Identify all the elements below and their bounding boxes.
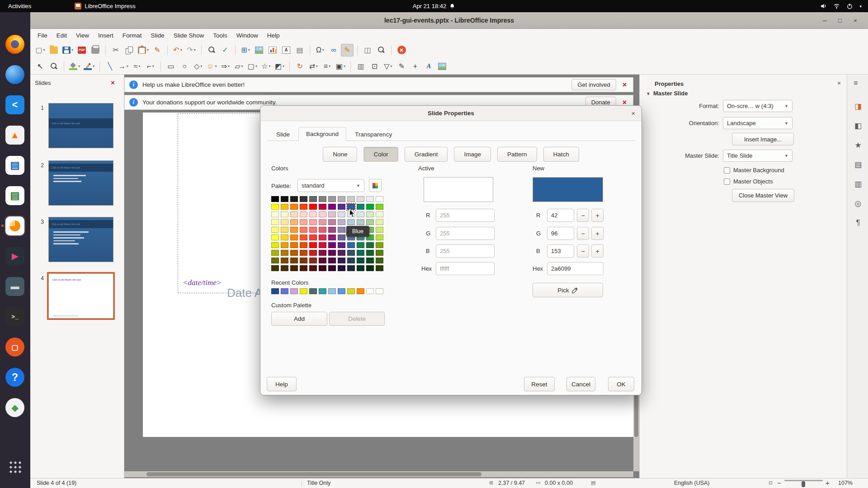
color-swatch[interactable]: [338, 250, 345, 256]
3d-objects-icon[interactable]: ◩▾: [273, 60, 286, 73]
dock-item-help-browser[interactable]: ?: [5, 367, 25, 388]
color-swatch[interactable]: [366, 250, 374, 256]
color-swatch[interactable]: [309, 219, 317, 225]
activities-button[interactable]: Activities: [0, 3, 39, 9]
recent-color-swatch[interactable]: [300, 288, 307, 294]
zoom-slider[interactable]: [784, 480, 823, 481]
menu-view[interactable]: View: [71, 30, 94, 41]
reset-button[interactable]: Reset: [524, 377, 555, 391]
color-swatch[interactable]: [328, 227, 336, 233]
fill-type-gradient[interactable]: Gradient: [405, 147, 448, 162]
master-slide-select[interactable]: Title Slide▼: [723, 150, 793, 162]
color-swatch[interactable]: [271, 265, 279, 271]
color-swatch[interactable]: [319, 242, 326, 248]
shadow-icon[interactable]: ▥: [354, 60, 367, 73]
recent-color-swatch[interactable]: [319, 288, 326, 294]
dialog-titlebar[interactable]: Slide Properties ×: [260, 106, 642, 121]
color-swatch[interactable]: [271, 204, 279, 210]
glue-points-icon[interactable]: +: [409, 60, 421, 73]
sidebar-tab-gallery-icon[interactable]: ▥: [853, 178, 863, 189]
color-swatch[interactable]: [271, 227, 279, 233]
color-swatch[interactable]: [376, 242, 383, 248]
color-swatch[interactable]: [309, 227, 317, 233]
color-swatch[interactable]: [366, 242, 374, 248]
clock-menu[interactable]: Apr 21 18:42: [413, 3, 455, 9]
fill-type-none[interactable]: None: [323, 147, 357, 162]
fit-slide-icon[interactable]: ⊡: [769, 480, 773, 486]
dialog-tab-transparency[interactable]: Transparency: [347, 127, 400, 141]
color-swatch[interactable]: [328, 204, 336, 210]
system-tray[interactable]: ▾: [820, 3, 868, 9]
insert-image-icon[interactable]: [253, 44, 265, 56]
recent-color-swatch[interactable]: [366, 288, 374, 294]
document-modified-icon[interactable]: ▤: [591, 480, 595, 486]
dock-item-terminal[interactable]: >_: [5, 306, 25, 327]
active-b-field[interactable]: [436, 244, 495, 258]
color-swatch[interactable]: [376, 250, 383, 256]
color-swatch[interactable]: [319, 265, 326, 271]
slide-thumbnail-2[interactable]: Click to edit Master title style: [48, 160, 113, 206]
color-swatch[interactable]: [338, 265, 345, 271]
zoom-slider-handle[interactable]: [802, 481, 805, 487]
color-swatch[interactable]: [366, 196, 374, 202]
color-swatch[interactable]: [271, 235, 279, 240]
find-and-replace-icon[interactable]: [205, 44, 218, 56]
color-swatch[interactable]: [347, 250, 355, 256]
dock-item-web-browser[interactable]: [5, 64, 25, 85]
sidebar-tab-slide-transition-icon[interactable]: ◧: [853, 120, 863, 131]
color-swatch[interactable]: [300, 242, 307, 248]
dock-item-file-manager[interactable]: ▬: [5, 276, 25, 297]
color-swatch[interactable]: [309, 204, 317, 210]
color-swatch[interactable]: [357, 265, 364, 271]
horizontal-scrollbar[interactable]: [124, 471, 633, 477]
color-swatch[interactable]: [319, 258, 326, 263]
dock-item-libreoffice-impress[interactable]: [5, 216, 25, 236]
sidebar-menu-icon[interactable]: ≡: [854, 79, 858, 87]
flowchart-shapes-icon[interactable]: ▱▾: [232, 60, 245, 73]
active-g-field[interactable]: [436, 227, 495, 240]
color-swatch[interactable]: [290, 196, 298, 202]
color-swatch[interactable]: [319, 235, 326, 240]
insert-text-box-icon[interactable]: [280, 44, 292, 56]
color-swatch[interactable]: [281, 265, 288, 271]
insert-hyperlink-icon[interactable]: ∞: [327, 44, 340, 56]
pick-button[interactable]: Pick: [533, 283, 603, 297]
recent-color-swatch[interactable]: [347, 288, 355, 294]
color-swatch[interactable]: [338, 235, 345, 240]
copy-icon[interactable]: [123, 44, 136, 56]
recent-color-swatch[interactable]: [338, 288, 345, 294]
sidebar-tab-animation-icon[interactable]: ★: [853, 140, 863, 150]
color-swatch[interactable]: [319, 250, 326, 256]
insert-image-drawing-icon[interactable]: [436, 60, 448, 73]
dock-item-libreoffice-writer[interactable]: ▤: [5, 155, 25, 176]
new-g-field[interactable]: [547, 227, 574, 240]
new-g-decrement-button[interactable]: −: [577, 227, 589, 240]
color-swatch[interactable]: [300, 250, 307, 256]
color-swatch[interactable]: [319, 196, 326, 202]
recent-color-swatch[interactable]: [281, 288, 288, 294]
color-swatch[interactable]: [347, 265, 355, 271]
color-swatch[interactable]: [328, 250, 336, 256]
insert-special-character-icon[interactable]: Ω▾: [314, 44, 326, 56]
new-g-increment-button[interactable]: +: [591, 227, 604, 240]
dock-item-vlc[interactable]: ▲: [5, 125, 25, 145]
color-swatch[interactable]: [309, 258, 317, 263]
color-swatch[interactable]: [376, 265, 383, 271]
fill-type-color[interactable]: Color: [363, 147, 398, 162]
properties-panel-close-icon[interactable]: ×: [837, 80, 841, 87]
color-swatch[interactable]: [300, 196, 307, 202]
color-swatch[interactable]: [300, 265, 307, 271]
new-r-increment-button[interactable]: +: [591, 209, 604, 222]
color-swatch[interactable]: [328, 211, 336, 217]
color-swatch[interactable]: [309, 235, 317, 240]
minimize-icon[interactable]: ─: [819, 15, 830, 26]
color-swatch[interactable]: [290, 219, 298, 225]
color-swatch[interactable]: [281, 235, 288, 240]
color-swatch[interactable]: [271, 250, 279, 256]
export-pdf-icon[interactable]: [75, 44, 88, 56]
color-swatch[interactable]: [357, 258, 364, 263]
window-titlebar[interactable]: lec17-gui-events.pptx - LibreOffice Impr…: [30, 12, 868, 29]
active-hex-field[interactable]: [436, 262, 495, 275]
recent-color-swatch[interactable]: [309, 288, 317, 294]
menu-tools[interactable]: Tools: [208, 30, 232, 41]
